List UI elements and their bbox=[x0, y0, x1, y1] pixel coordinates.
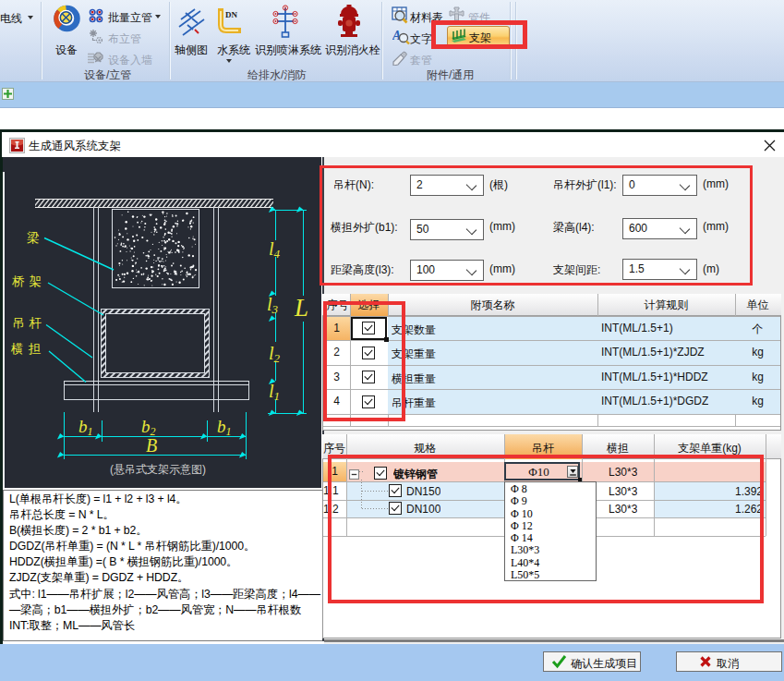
svg-text:b1: b1 bbox=[78, 417, 93, 438]
svg-text:B: B bbox=[146, 435, 157, 456]
svg-text:b1: b1 bbox=[217, 417, 232, 438]
svg-text:l1: l1 bbox=[269, 381, 280, 403]
svg-text:l4: l4 bbox=[269, 238, 281, 261]
svg-text:桥架: 桥架 bbox=[12, 274, 46, 288]
svg-text:l3: l3 bbox=[267, 294, 279, 316]
svg-text:横担: 横担 bbox=[10, 342, 45, 356]
svg-text:(悬吊式支架示意图): (悬吊式支架示意图) bbox=[110, 463, 206, 476]
svg-text:l2: l2 bbox=[269, 343, 281, 365]
svg-text:DN: DN bbox=[225, 10, 237, 19]
svg-text:L: L bbox=[294, 294, 308, 322]
svg-text:梁: 梁 bbox=[27, 231, 40, 245]
svg-text:吊杆: 吊杆 bbox=[12, 316, 46, 330]
